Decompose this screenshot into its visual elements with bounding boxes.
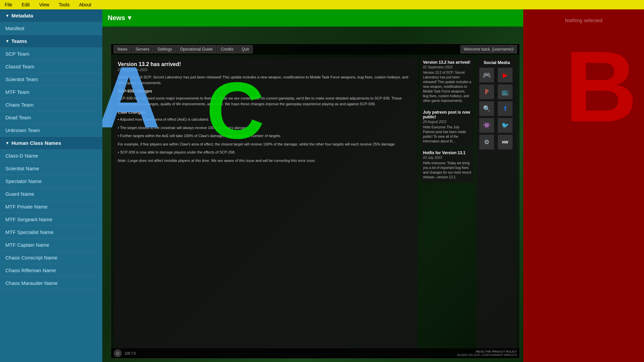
news-section1-body: SCP-939 has received some major improvem… bbox=[118, 96, 414, 107]
sidebar-item-manifest[interactable]: Manifest bbox=[0, 22, 102, 35]
story-1-body: Hello Everyone The July Patreon post has… bbox=[423, 125, 471, 144]
news-content-area: Version 13.2 has arrived! 01 September 2… bbox=[111, 55, 520, 358]
sidebar-item-chaos-conscript-name[interactable]: Chaos Conscript Name bbox=[0, 251, 102, 264]
sidebar-item-mtf-sergeant-name[interactable]: MTF Sergeant Name bbox=[0, 213, 102, 226]
social-btn-facebook[interactable]: f bbox=[498, 101, 513, 116]
sidebar-item-spectator-name[interactable]: Spectator Name bbox=[0, 175, 102, 188]
news-sidebar-stories: Version 13.2 has arrived! 01 September 2… bbox=[420, 57, 474, 356]
patreon-icon: P bbox=[485, 88, 489, 96]
center-panel: News ▾ A C News Servers Settings Operati… bbox=[102, 9, 523, 362]
story-0-date: 01 September 2023 bbox=[423, 65, 471, 69]
social-grid: 🎮 ▶ P 📺 🔍 bbox=[479, 68, 514, 149]
social-btn-steam[interactable]: ⚙ bbox=[479, 135, 494, 149]
news-dropdown-button[interactable]: News ▾ bbox=[108, 14, 131, 22]
nothing-selected-label: Nothing selected bbox=[565, 17, 602, 23]
game-nav-credits[interactable]: Credits bbox=[217, 45, 237, 53]
classd-name-label: Class-D Name bbox=[5, 153, 38, 159]
story-2-body: Hello everyone. Today we bring you a lot… bbox=[423, 161, 471, 180]
social-btn-twitch[interactable]: 📺 bbox=[498, 84, 513, 99]
social-btn-discord[interactable]: 🎮 bbox=[479, 68, 494, 82]
menu-view[interactable]: View bbox=[37, 1, 51, 8]
game-nav-news[interactable]: News bbox=[114, 45, 131, 53]
sidebar-item-mtf-private-name[interactable]: MTF Private Name bbox=[0, 200, 102, 213]
news-header: News ▾ bbox=[102, 9, 523, 27]
twitch-icon: 📺 bbox=[501, 88, 509, 96]
spectator-name-label: Spectator Name bbox=[5, 178, 42, 184]
dead-team-label: Dead Team bbox=[5, 115, 31, 120]
chaos-conscript-label: Chaos Conscript Name bbox=[5, 255, 57, 260]
menu-file[interactable]: File bbox=[3, 1, 14, 8]
sidebar-item-guard-name[interactable]: Guard Name bbox=[0, 188, 102, 200]
social-btn-northwood[interactable]: NW bbox=[498, 135, 513, 149]
sidebar-item-scientist-name[interactable]: Scientist Name bbox=[0, 162, 102, 175]
menu-tools[interactable]: Tools bbox=[57, 1, 72, 8]
social-btn-patreon[interactable]: P bbox=[479, 84, 494, 99]
menu-about[interactable]: About bbox=[77, 1, 93, 8]
privacy-link[interactable]: READ THE PRIVACY POLICY bbox=[457, 350, 517, 353]
game-nav-servers[interactable]: Servers bbox=[132, 45, 153, 53]
social-media-panel: Social Media 🎮 ▶ P bbox=[477, 57, 517, 356]
news-dropdown-icon: ▾ bbox=[128, 14, 131, 22]
chaos-team-label: Chaos Team bbox=[5, 102, 34, 108]
logo-icon: ⊙ bbox=[116, 351, 120, 356]
sidebar-item-chaos-marauder-name[interactable]: Chaos Marauder Name bbox=[0, 277, 102, 290]
story-1-date: 29 August 2023 bbox=[423, 120, 471, 124]
chaos-marauder-label: Chaos Marauder Name bbox=[5, 280, 58, 286]
game-nav-quit[interactable]: Quit bbox=[238, 45, 253, 53]
sidebar-item-mtf-team[interactable]: MTF Team bbox=[0, 86, 102, 99]
social-btn-youtube[interactable]: ▶ bbox=[498, 68, 513, 82]
sidebar-section-teams[interactable]: ▼ Teams bbox=[0, 35, 102, 48]
sidebar-metadata-label: Metadata bbox=[11, 13, 33, 18]
metadata-arrow: ▼ bbox=[5, 13, 9, 18]
mtf-team-label: MTF Team bbox=[5, 89, 29, 95]
sidebar-item-mtf-captain-name[interactable]: MTF Captain Name bbox=[0, 239, 102, 251]
sidebar-item-chaos-rifleman-name[interactable]: Chaos Rifleman Name bbox=[0, 264, 102, 277]
sidebar-item-classd-team[interactable]: Classd Team bbox=[0, 60, 102, 73]
sidebar-item-scientist-team[interactable]: Scientist Team bbox=[0, 73, 102, 86]
sidebar-section-human-class-names[interactable]: ▼ Human Class Names bbox=[0, 137, 102, 149]
news-main-article: Version 13.2 has arrived! 01 September 2… bbox=[114, 57, 418, 356]
social-btn-reddit[interactable]: 👾 bbox=[479, 118, 494, 133]
game-nav-settings[interactable]: Settings bbox=[154, 45, 175, 53]
sidebar: ▼ Metadata Manifest ▼ Teams SCP Team Cla… bbox=[0, 9, 102, 362]
story-2-date: 03 July 2023 bbox=[423, 156, 471, 160]
youtube-icon: ▶ bbox=[503, 71, 507, 79]
news-claw6-italic: Note: Lunge does not affect invisible pl… bbox=[118, 158, 414, 164]
sidebar-item-unknown-team[interactable]: Unknown Team bbox=[0, 124, 102, 137]
news-story-card-0[interactable]: Version 13.2 has arrived! 01 September 2… bbox=[420, 57, 474, 106]
news-claw3: • Further targets within the AoE will ta… bbox=[118, 133, 414, 139]
search-icon: 🔍 bbox=[483, 105, 490, 112]
sidebar-item-classd-name[interactable]: Class-D Name bbox=[0, 149, 102, 162]
manifest-label: Manifest bbox=[5, 25, 24, 31]
sidebar-teams-label: Teams bbox=[11, 38, 27, 44]
story-0-body: Version 13.2 of SCP: Secret Laboratory h… bbox=[423, 70, 471, 103]
reddit-icon: 👾 bbox=[483, 122, 490, 129]
game-nav-operational-guide[interactable]: Operational Guide bbox=[176, 45, 216, 53]
social-btn-search[interactable]: 🔍 bbox=[479, 101, 494, 116]
game-nav-bar: News Servers Settings Operational Guide … bbox=[111, 44, 520, 55]
discord-icon: 🎮 bbox=[483, 71, 491, 79]
story-1-title: July patreon post is now public! bbox=[423, 110, 471, 119]
main-layout: ▼ Metadata Manifest ▼ Teams SCP Team Cla… bbox=[0, 9, 644, 362]
sidebar-item-chaos-team[interactable]: Chaos Team bbox=[0, 99, 102, 111]
sidebar-section-metadata[interactable]: ▼ Metadata bbox=[0, 9, 102, 22]
game-footer-logo: ⊙ bbox=[114, 349, 122, 357]
menu-edit[interactable]: Edit bbox=[20, 1, 32, 8]
overlay-letter-b: B bbox=[565, 36, 637, 137]
sidebar-item-mtf-specialist-name[interactable]: MTF Specialist Name bbox=[0, 226, 102, 239]
facebook-icon: f bbox=[504, 105, 506, 113]
news-claw1: • Adjusted how Claw's area of effect (Ao… bbox=[118, 117, 414, 122]
scientist-name-label: Scientist Name bbox=[5, 166, 39, 171]
game-footer-credits: READ THE PRIVACY POLICY BASED ON SCP: CO… bbox=[457, 350, 517, 357]
news-main-date: 01 September 2023 bbox=[118, 68, 414, 72]
news-story-card-2[interactable]: Hotfix for Version 13.1 03 July 2023 Hel… bbox=[420, 148, 474, 182]
sidebar-item-scp-team[interactable]: SCP Team bbox=[0, 48, 102, 60]
sidebar-item-dead-team[interactable]: Dead Team bbox=[0, 111, 102, 124]
news-story-card-1[interactable]: July patreon post is now public! 29 Augu… bbox=[420, 107, 474, 146]
news-section1-title: SCP-939 Changes bbox=[118, 88, 414, 94]
social-media-title: Social Media bbox=[479, 60, 514, 65]
news-claw2: • The target closest to the crosshair wi… bbox=[118, 125, 414, 131]
news-claw4: For example, if five players are within … bbox=[118, 141, 414, 147]
social-btn-twitter[interactable]: 🐦 bbox=[498, 118, 513, 133]
menu-bar: File Edit View Tools About bbox=[0, 0, 644, 9]
